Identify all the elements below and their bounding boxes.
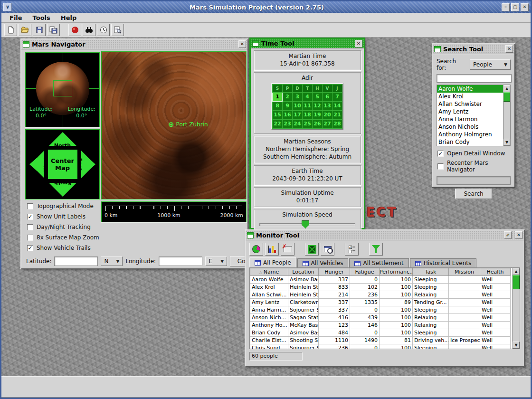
tab-historical-events[interactable]: Historical Events (410, 258, 477, 267)
list-item[interactable]: Anna Harmon (437, 115, 503, 123)
table-row[interactable]: Alex KrolHeinlein St...833102100Sleeping… (250, 284, 511, 291)
west-arrow-icon[interactable] (29, 158, 37, 171)
window-menu-button[interactable]: ∨ (3, 3, 12, 11)
column-header[interactable]: Performanc... (380, 268, 413, 276)
open-sim-button[interactable] (19, 24, 31, 36)
mars-navigator-titlebar[interactable]: Mars Navigator ✕ (21, 39, 247, 49)
slider-thumb[interactable] (302, 220, 309, 228)
column-label: Name (264, 269, 279, 275)
menu-file[interactable]: File (5, 14, 27, 22)
column-header[interactable]: Hunger (319, 268, 350, 276)
time-tool-button[interactable] (97, 24, 110, 36)
north-label[interactable]: North (54, 142, 71, 149)
search-tool-titlebar[interactable]: Search Tool ✕ (433, 44, 514, 54)
mars-navigator-tool-button[interactable] (68, 24, 81, 36)
navigation-pad[interactable]: North South East West Center Map (25, 129, 100, 200)
monitor-tool-button[interactable] (111, 24, 124, 36)
latitude-input[interactable] (54, 256, 98, 266)
column-header[interactable]: Task (413, 268, 449, 276)
table-row[interactable]: Anson Nich...Sagan Stati...416439100Rela… (250, 314, 511, 322)
scrollbar-thumb[interactable] (504, 92, 510, 102)
search-tool-button[interactable] (83, 24, 95, 36)
column-header[interactable]: Fatigue (350, 268, 380, 276)
minimize-button[interactable]: – (502, 3, 510, 11)
east-label[interactable]: East (77, 158, 83, 171)
list-item[interactable]: Allan Schwister (437, 100, 503, 108)
close-icon[interactable]: ✕ (515, 231, 522, 239)
scroll-up-icon[interactable]: ▲ (504, 85, 510, 92)
north-arrow-icon[interactable] (56, 133, 69, 140)
save-sim-button[interactable] (33, 24, 46, 36)
checkbox[interactable]: ✓ (27, 245, 33, 251)
maximize-button[interactable]: ▢ (511, 3, 519, 11)
search-status-field (437, 176, 511, 185)
column-header[interactable]: △Name (250, 268, 288, 276)
table-row[interactable]: Aaron WolfeAsimov Base3370100SleepingWel… (250, 276, 511, 284)
table-row[interactable]: Allan Schwi...Heinlein St...214236100Rel… (250, 291, 511, 299)
close-icon[interactable]: ✕ (355, 40, 362, 48)
checkbox[interactable] (27, 224, 33, 230)
search-button[interactable]: Search (455, 189, 492, 199)
search-category-select[interactable]: People▼ (470, 59, 511, 70)
east-arrow-icon[interactable] (88, 158, 95, 171)
maximize-icon[interactable]: ⇗ (504, 231, 512, 239)
list-item[interactable]: Anson Nichols (437, 123, 503, 131)
scroll-down-icon[interactable]: ▼ (513, 342, 520, 349)
column-header[interactable]: Health (480, 268, 511, 276)
column-header[interactable]: Location (288, 268, 319, 276)
close-icon[interactable]: ✕ (505, 45, 513, 53)
table-row[interactable]: Chris Sund...Sojourner S...2360100Sleepi… (250, 344, 511, 350)
surface-map[interactable]: ⊕ Port Zubrin (101, 51, 247, 200)
bar-chart-button[interactable] (265, 243, 279, 256)
globe-display[interactable]: Latitude: 0.0° Longitude: 0.0° (25, 52, 100, 127)
menu-tools[interactable]: Tools (28, 14, 55, 22)
list-item[interactable]: Anthony Holmgren (437, 131, 503, 138)
longitude-direction-select[interactable]: E▼ (205, 256, 227, 266)
main-titlebar[interactable]: ∨ Mars Simulation Project (version 2.75)… (1, 1, 531, 13)
remove-tab-button[interactable] (281, 243, 294, 256)
table-row[interactable]: Anna Harm...Sojourner S...3370100Sleepin… (250, 306, 511, 314)
table-row[interactable]: Charlie Elst...Shooting Star1110149081Dr… (250, 337, 511, 344)
close-icon[interactable]: ✕ (238, 40, 246, 48)
table-row[interactable]: Amy LentzClarketown337133589Tending Gr..… (250, 299, 511, 306)
column-header[interactable]: Mission (449, 268, 480, 276)
checkbox[interactable] (27, 235, 33, 241)
column-props-button[interactable]: ✓ (345, 243, 359, 256)
table-row[interactable]: Anthony Ho...McKay Base123146100Relaxing… (250, 322, 511, 329)
open-details-button[interactable] (321, 243, 334, 256)
south-arrow-icon[interactable] (56, 189, 69, 196)
list-item[interactable]: Amy Lentz (437, 108, 503, 115)
table-row[interactable]: Brian CodyAsimov Base4840100SleepingWell (250, 329, 511, 337)
scroll-up-icon[interactable]: ▲ (513, 268, 520, 275)
save-as-button[interactable] (47, 24, 60, 36)
tab-all-people[interactable]: All People (249, 257, 296, 267)
results-scrollbar[interactable]: ▲ ▼ (503, 85, 510, 146)
search-input[interactable] (437, 74, 512, 83)
list-item[interactable]: Alex Krol (437, 93, 503, 100)
filter-button[interactable] (369, 243, 383, 256)
tab-all-settlement[interactable]: All Settlement (349, 258, 408, 267)
tab-all-vehicles[interactable]: All Vehicles (297, 258, 349, 267)
table-cell: Sagan Stati... (288, 314, 319, 322)
latitude-direction-select[interactable]: N▼ (101, 256, 123, 266)
table-cell: Chris Sund... (250, 344, 288, 350)
list-item[interactable]: Brian Cody (437, 138, 503, 146)
list-item[interactable]: Aaron Wolfe (437, 85, 503, 93)
checkbox[interactable] (27, 203, 33, 209)
center-map-button[interactable] (305, 243, 319, 256)
longitude-input[interactable] (159, 256, 202, 266)
scrollbar-thumb[interactable] (513, 275, 520, 289)
table-scrollbar[interactable]: ▲ ▼ (512, 268, 520, 349)
new-sim-button[interactable] (4, 24, 17, 36)
close-button[interactable]: ✕ (521, 3, 529, 11)
checkbox[interactable]: ✓ (437, 151, 444, 157)
monitor-tool-titlebar[interactable]: Monitor Tool ⇗ ✕ (246, 230, 524, 240)
pie-chart-button[interactable] (249, 243, 263, 256)
checkbox[interactable]: ✓ (27, 214, 33, 220)
center-map-button[interactable]: Center Map (48, 150, 77, 179)
south-label[interactable]: South (54, 180, 71, 186)
menu-help[interactable]: Help (57, 14, 81, 22)
checkbox[interactable] (437, 163, 444, 170)
scroll-down-icon[interactable]: ▼ (504, 139, 510, 146)
time-tool-titlebar[interactable]: Time Tool ✕ (251, 39, 364, 48)
